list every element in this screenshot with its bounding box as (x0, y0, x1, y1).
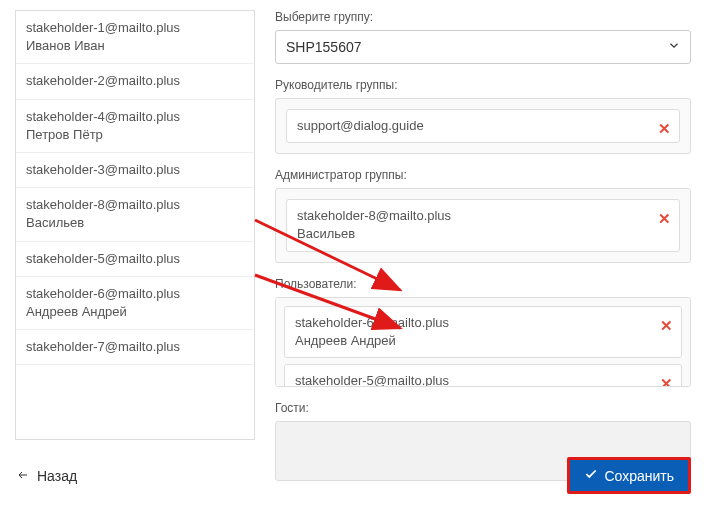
admin-name: Васильев (297, 225, 651, 243)
list-item[interactable]: stakeholder-2@mailto.plus (16, 64, 254, 99)
leader-chip[interactable]: support@dialog.guide ✕ (286, 109, 680, 143)
group-admin-label: Администратор группы: (275, 168, 691, 182)
close-icon[interactable]: ✕ (658, 118, 671, 139)
group-admin-box: stakeholder-8@mailto.plus Васильев ✕ (275, 188, 691, 262)
user-chip[interactable]: stakeholder-5@mailto.plus✕ (284, 364, 682, 387)
save-button[interactable]: Сохранить (567, 457, 691, 494)
list-item[interactable]: stakeholder-6@mailto.plusАндреев Андрей (16, 277, 254, 330)
guests-label: Гости: (275, 401, 691, 415)
close-icon[interactable]: ✕ (660, 373, 673, 387)
back-label: Назад (37, 468, 77, 484)
list-item[interactable]: stakeholder-4@mailto.plusПетров Пётр (16, 100, 254, 153)
list-item[interactable]: stakeholder-1@mailto.plusИванов Иван (16, 11, 254, 64)
back-button[interactable]: Назад (15, 468, 77, 484)
users-label: Пользователи: (275, 277, 691, 291)
group-leader-label: Руководитель группы: (275, 78, 691, 92)
arrow-left-icon (15, 468, 31, 484)
group-leader-box: support@dialog.guide ✕ (275, 98, 691, 154)
check-icon (584, 467, 598, 484)
user-chip[interactable]: stakeholder-6@mailto.plusАндреев Андрей✕ (284, 306, 682, 358)
list-item[interactable]: stakeholder-7@mailto.plus (16, 330, 254, 365)
admin-email: stakeholder-8@mailto.plus (297, 207, 651, 225)
stakeholder-listbox[interactable]: stakeholder-1@mailto.plusИванов Иванstak… (15, 10, 255, 440)
admin-chip[interactable]: stakeholder-8@mailto.plus Васильев ✕ (286, 199, 680, 251)
users-box[interactable]: stakeholder-6@mailto.plusАндреев Андрей✕… (275, 297, 691, 387)
close-icon[interactable]: ✕ (658, 208, 671, 229)
leader-email: support@dialog.guide (297, 117, 651, 135)
group-select[interactable]: SHP155607 (275, 30, 691, 64)
close-icon[interactable]: ✕ (660, 315, 673, 336)
list-item[interactable]: stakeholder-3@mailto.plus (16, 153, 254, 188)
save-label: Сохранить (604, 468, 674, 484)
list-item[interactable]: stakeholder-5@mailto.plus (16, 242, 254, 277)
group-select-value: SHP155607 (286, 39, 362, 55)
list-item[interactable]: stakeholder-8@mailto.plusВасильев (16, 188, 254, 241)
select-group-label: Выберите группу: (275, 10, 691, 24)
